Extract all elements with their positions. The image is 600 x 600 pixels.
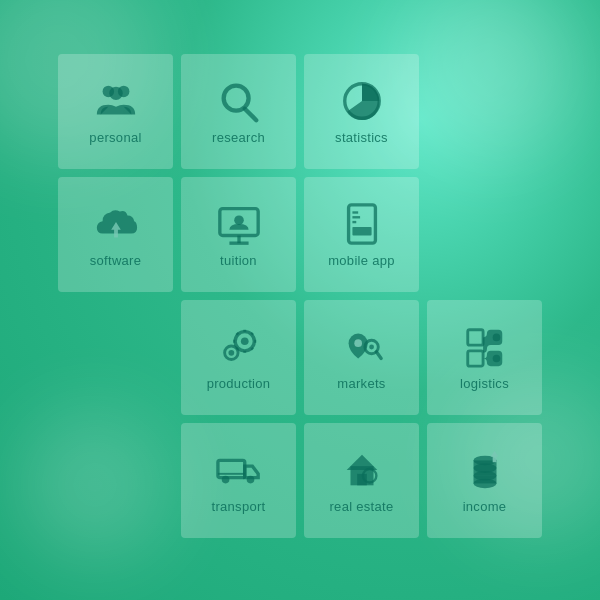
tile-research-label: research — [212, 130, 265, 145]
svg-rect-10 — [348, 205, 375, 243]
svg-point-21 — [369, 345, 374, 350]
tile-logistics[interactable]: logistics — [427, 300, 542, 415]
tile-markets[interactable]: markets — [304, 300, 419, 415]
search-icon — [216, 78, 262, 124]
svg-rect-14 — [352, 227, 371, 236]
pie-icon — [339, 78, 385, 124]
truck-icon — [216, 447, 262, 493]
puzzle-icon — [462, 324, 508, 370]
svg-line-22 — [376, 352, 381, 359]
coins-icon — [462, 447, 508, 493]
svg-point-28 — [221, 476, 229, 484]
tile-tuition-label: tuition — [220, 253, 257, 268]
svg-point-29 — [246, 476, 254, 484]
tile-markets-label: markets — [337, 376, 385, 391]
svg-rect-23 — [467, 330, 482, 345]
tile-statistics-label: statistics — [335, 130, 388, 145]
tile-software-label: software — [90, 253, 142, 268]
svg-point-25 — [492, 334, 500, 342]
svg-point-18 — [228, 350, 234, 356]
people-icon — [93, 78, 139, 124]
svg-rect-27 — [217, 460, 244, 477]
tile-mobileapp-label: mobile app — [328, 253, 395, 268]
house-icon — [339, 447, 385, 493]
tile-statistics[interactable]: statistics — [304, 54, 419, 169]
svg-point-19 — [354, 339, 362, 347]
location-icon — [339, 324, 385, 370]
tile-income-label: income — [463, 499, 507, 514]
tile-realestate[interactable]: real estate — [304, 423, 419, 538]
tile-software[interactable]: software — [58, 177, 173, 292]
tile-logistics-label: logistics — [460, 376, 509, 391]
tile-realestate-label: real estate — [329, 499, 393, 514]
tile-income[interactable]: income — [427, 423, 542, 538]
tablet-icon — [339, 201, 385, 247]
tile-production-label: production — [207, 376, 271, 391]
tile-personal-label: personal — [89, 130, 141, 145]
svg-point-26 — [492, 355, 500, 363]
tile-research[interactable]: research — [181, 54, 296, 169]
svg-line-4 — [244, 109, 256, 121]
svg-point-9 — [234, 215, 244, 225]
cloud-icon — [93, 201, 139, 247]
svg-rect-24 — [467, 351, 482, 366]
tile-personal[interactable]: personal — [58, 54, 173, 169]
tile-mobileapp[interactable]: mobile app — [304, 177, 419, 292]
monitor-icon — [216, 201, 262, 247]
svg-point-2 — [109, 87, 122, 100]
tile-transport[interactable]: transport — [181, 423, 296, 538]
tile-production[interactable]: production — [181, 300, 296, 415]
svg-point-16 — [240, 337, 248, 345]
tile-tuition[interactable]: tuition — [181, 177, 296, 292]
gears-icon — [216, 324, 262, 370]
tile-transport-label: transport — [211, 499, 265, 514]
